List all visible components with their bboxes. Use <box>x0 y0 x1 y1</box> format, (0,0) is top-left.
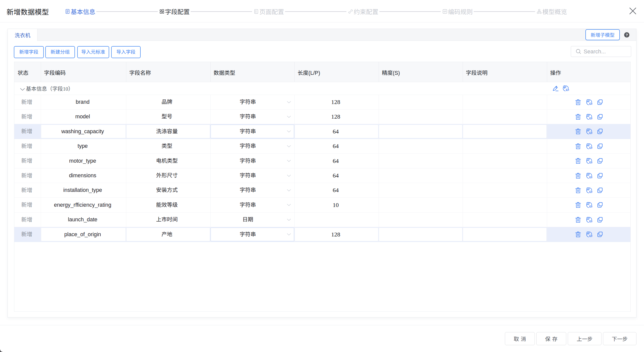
svg-text:En: En <box>589 146 592 149</box>
svg-text:En: En <box>589 117 592 120</box>
svg-text:En: En <box>589 220 592 223</box>
svg-text:En: En <box>566 88 569 91</box>
svg-text:En: En <box>589 190 592 193</box>
svg-text:En: En <box>589 131 592 134</box>
svg-text:En: En <box>589 234 592 237</box>
svg-text:En: En <box>589 102 592 105</box>
svg-text:En: En <box>589 161 592 164</box>
svg-text:En: En <box>589 205 592 208</box>
svg-text:En: En <box>589 176 592 179</box>
